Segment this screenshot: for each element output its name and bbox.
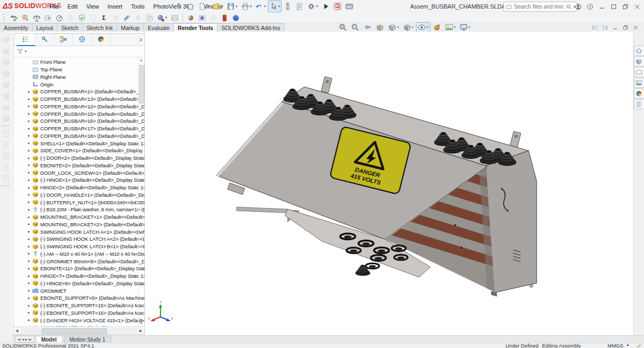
- equations-icon[interactable]: [99, 13, 110, 23]
- expand-arrow-icon[interactable]: ▸: [26, 171, 32, 175]
- scroll-right-icon[interactable]: ▶: [137, 329, 144, 333]
- taskpane-home-icon[interactable]: [634, 46, 644, 56]
- rebuild-icon[interactable]: [282, 1, 294, 12]
- hscroll-thumb[interactable]: [42, 328, 107, 334]
- expand-arrow-icon[interactable]: ▸: [26, 112, 32, 116]
- feature-tree-item[interactable]: ▸ EBONITE<2> (Default<<Default>_Display …: [13, 162, 144, 169]
- close-button[interactable]: [631, 1, 643, 12]
- hscroll-track[interactable]: [21, 328, 137, 333]
- feature-tree-item[interactable]: ▸ COPPER_BUSBAR<13> (Default<<Default>_D…: [13, 95, 144, 103]
- mounting-bracket-right[interactable]: [510, 131, 521, 148]
- mounting-bracket-left[interactable]: [321, 77, 332, 93]
- feature-tree-item[interactable]: ▸ (-) GROMMET 80mm<8> (Default<<Default>…: [13, 257, 144, 265]
- assembly-tool-button[interactable]: [2, 186, 10, 186]
- search-box[interactable]: ▾: [503, 2, 577, 12]
- schedule-render-icon[interactable]: [230, 13, 241, 23]
- feature-tree-item[interactable]: ▸ (-) AM -- M10 x 40 N<1> (AM -- M10 x 4…: [13, 250, 144, 258]
- assembly-tool-button[interactable]: [1, 68, 11, 79]
- restore-button[interactable]: [619, 1, 631, 12]
- commandmanager-tab[interactable]: Evaluate: [144, 23, 174, 32]
- edit-decal-icon[interactable]: [185, 13, 196, 23]
- commandmanager-tab[interactable]: Markup: [117, 23, 144, 32]
- feature-tree-item[interactable]: ▸ Front Plane: [13, 58, 144, 66]
- commandmanager-tab[interactable]: Sketch Ink: [83, 23, 117, 32]
- expand-arrow-icon[interactable]: ▸: [26, 259, 32, 263]
- deviation-analysis-icon[interactable]: [110, 13, 121, 23]
- expand-arrow-icon[interactable]: ▸: [26, 134, 32, 138]
- open-document-icon[interactable]: [211, 1, 225, 12]
- curvature-icon[interactable]: [65, 13, 76, 23]
- tab-model[interactable]: Model: [35, 336, 63, 343]
- assembly-tool-button[interactable]: [1, 139, 11, 150]
- feature-tree-item[interactable]: ▸ (-) SWINGING HOOK LATCH A<2> (Default<…: [13, 235, 144, 243]
- tree-vertical-scrollbar[interactable]: ▲ ▼: [138, 57, 144, 327]
- assembly-tool-button[interactable]: [1, 101, 11, 113]
- pane-left-icon[interactable]: [591, 24, 599, 31]
- freeze-icon[interactable]: [133, 13, 144, 23]
- design-status-icon[interactable]: [87, 13, 99, 23]
- pane-right-icon[interactable]: [601, 24, 609, 31]
- chamber-right-panel[interactable]: [486, 151, 537, 293]
- feature-tree-item[interactable]: ▸ (-) NAME PLATE<1> (Default): [13, 324, 144, 327]
- feature-tree-item[interactable]: ▸ Top Plane: [13, 66, 144, 73]
- mass-properties-icon[interactable]: [31, 13, 42, 23]
- feature-tree-item[interactable]: ▸ (-) SWINGING HOOK LATCH B<1> (Default<…: [13, 243, 144, 250]
- search-icon[interactable]: [566, 4, 572, 10]
- nav-first-icon[interactable]: |◀: [17, 337, 20, 341]
- expand-arrow-icon[interactable]: ▸: [26, 222, 32, 226]
- expand-arrow-icon[interactable]: ▸: [26, 229, 32, 234]
- expand-arrow-icon[interactable]: ▸: [26, 208, 32, 212]
- expand-arrow-icon[interactable]: ▸: [26, 274, 32, 278]
- feature-tree-item[interactable]: ▸ COPPER_BUSBAR<17> (Default<<Default>_D…: [13, 125, 144, 132]
- pdf-export-icon[interactable]: [332, 1, 343, 12]
- home-icon[interactable]: [185, 1, 196, 12]
- feature-tree-item[interactable]: ▸ (-) DOOR_HANDLE<1> (Default<<Default>_…: [13, 191, 144, 199]
- spell-checker-icon[interactable]: [9, 13, 20, 23]
- expand-arrow-icon[interactable]: ▸: [26, 141, 32, 145]
- scroll-down-icon[interactable]: ▼: [138, 321, 144, 327]
- tab-motion-study[interactable]: Motion Study 1: [64, 336, 112, 343]
- expand-arrow-icon[interactable]: ▸: [26, 127, 32, 131]
- expand-arrow-icon[interactable]: ▸: [26, 192, 32, 197]
- expand-arrow-icon[interactable]: ▸: [26, 104, 32, 108]
- integrated-preview-icon[interactable]: [196, 13, 208, 23]
- taskpane-library-icon[interactable]: [634, 56, 644, 66]
- print-icon[interactable]: [239, 1, 254, 12]
- assembly-tool-button[interactable]: [1, 173, 11, 184]
- menu-item[interactable]: Insert: [103, 0, 127, 13]
- taskpane-appearances-icon[interactable]: [634, 88, 644, 99]
- commandmanager-tab[interactable]: Assembly: [0, 23, 33, 32]
- feature-tree-item[interactable]: ▸ GROMMET: [13, 287, 144, 294]
- commandmanager-tab[interactable]: Sketch: [57, 23, 83, 32]
- study-tab-nav[interactable]: |◀ ◀ ▶ ▶|: [15, 336, 34, 343]
- expand-arrow-icon[interactable]: ▸: [26, 200, 32, 204]
- expand-arrow-icon[interactable]: ▸: [26, 251, 32, 256]
- menu-item[interactable]: View: [82, 0, 104, 13]
- undo-icon[interactable]: [253, 1, 268, 12]
- menu-item[interactable]: Edit: [63, 0, 82, 13]
- toolbar-button[interactable]: [182, 14, 183, 21]
- expand-arrow-icon[interactable]: ▸: [26, 90, 32, 94]
- expand-arrow-icon[interactable]: ▸: [26, 303, 32, 308]
- assembly-tool-button[interactable]: [1, 56, 11, 68]
- compare-documents-icon[interactable]: [144, 13, 155, 23]
- expand-arrow-icon[interactable]: ▸: [26, 149, 32, 153]
- expand-arrow-icon[interactable]: ▸: [26, 245, 32, 249]
- check-active-document-icon[interactable]: [76, 13, 87, 23]
- taskpane-file-explorer-icon[interactable]: [634, 67, 644, 77]
- measure-icon[interactable]: [20, 13, 31, 23]
- expand-arrow-icon[interactable]: ▸: [26, 296, 32, 300]
- feature-tree-item[interactable]: ▸ SIDE_COVER<1> (Default<<Default>_Displ…: [13, 147, 144, 154]
- feature-tree-item[interactable]: ▸ COPPER_BUSBAR<18> (Default<<Default>_D…: [13, 132, 144, 140]
- assembly-tool-button[interactable]: [1, 150, 11, 161]
- assembly-tool-button[interactable]: [1, 128, 11, 139]
- feature-tree-item[interactable]: ▸ HINGE<2> (Default<<Default>_Display St…: [13, 184, 144, 191]
- feature-tree-item[interactable]: ▸ (-) EBONITE_SUPPORT<15> (Default<As Ma…: [13, 302, 144, 309]
- doc-minimize-icon[interactable]: [611, 24, 619, 31]
- feature-tree-item[interactable]: ▸ COPPER_BUSBAR<16> (Default<<Default>_D…: [13, 117, 144, 125]
- doc-close-icon[interactable]: [632, 24, 640, 31]
- displaymanager-tab-icon[interactable]: [92, 34, 111, 45]
- expand-arrow-icon[interactable]: ▸: [26, 266, 32, 271]
- feature-tree-item[interactable]: ▸ COPPER_BUSBAR<15> (Default<<Default>_D…: [13, 110, 144, 117]
- feature-tree-item[interactable]: ▸ MOUNTING_BRACKET<1> (Default<<Default>…: [13, 213, 144, 221]
